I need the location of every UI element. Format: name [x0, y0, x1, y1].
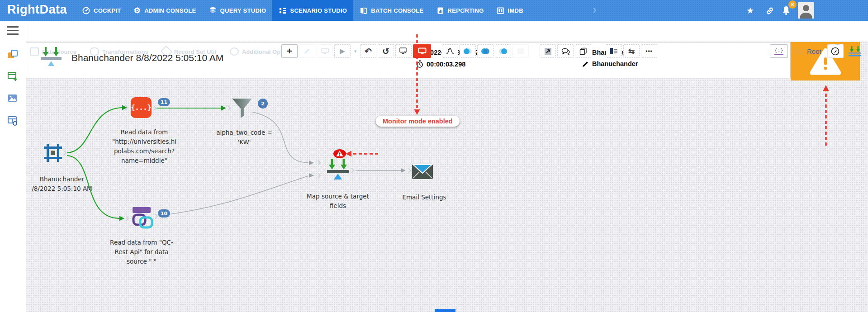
scenario-type-button[interactable] — [845, 44, 865, 58]
node-json-reader-label: Read data from "http://universities.hi p… — [109, 128, 180, 165]
nav-label: BATCH CONSOLE — [371, 7, 423, 14]
compass-button[interactable] — [827, 44, 844, 58]
imdb-icon — [497, 7, 504, 14]
stopwatch-icon — [416, 60, 423, 68]
node-qc-rest-label: Read data from "QC- Rest Api" for data s… — [105, 238, 178, 266]
link-icon[interactable] — [765, 6, 774, 15]
additional-options-icon — [230, 47, 239, 56]
json-node-braces: {...} — [131, 104, 151, 112]
gallery-icon[interactable] — [8, 94, 18, 104]
nav-item-admin-console[interactable]: ⚙ ADMIN CONSOLE — [128, 0, 203, 21]
venn-right-button[interactable] — [495, 44, 511, 58]
app-logo[interactable]: RightData — [7, 3, 67, 17]
top-navbar: RightData COCKPIT ⚙ ADMIN CONSOLE QUERY … — [0, 0, 868, 21]
expand-button[interactable] — [540, 44, 556, 58]
nav-item-batch-console[interactable]: BATCH CONSOLE — [353, 0, 430, 21]
monitor-mode-tooltip: Monitor mode enabled — [376, 116, 460, 127]
bell-curve-icon — [446, 47, 454, 55]
profile-curve-button[interactable] — [442, 44, 458, 58]
bookmark-button[interactable] — [606, 44, 622, 58]
map-warning-badge[interactable] — [333, 149, 346, 159]
user-avatar[interactable] — [798, 2, 814, 19]
node-qc-rest-badge: 10 — [158, 209, 170, 217]
faded-icon — [517, 48, 524, 54]
venn-full-button[interactable] — [477, 44, 493, 58]
nav-scroll-left[interactable]: ‹ — [462, 3, 466, 17]
edit-button[interactable] — [299, 44, 315, 58]
comment-bubble-icon — [561, 48, 570, 55]
node-json-reader[interactable]: {...} — [131, 97, 152, 118]
nav-label: COCKPIT — [94, 7, 121, 14]
monitor-mode-button[interactable] — [413, 44, 431, 58]
menu-item-record-set-util: Record Set Util — [162, 47, 216, 56]
preview-button[interactable] — [317, 44, 333, 58]
copy-pages-icon — [579, 47, 587, 55]
node-source-icon[interactable] — [43, 143, 63, 163]
swap-button[interactable]: ⇆ — [623, 44, 640, 58]
menu-item-transformations: Transformations — [90, 47, 148, 56]
venn-left-icon — [463, 48, 473, 55]
hamburger-menu-icon[interactable] — [7, 26, 19, 38]
data-config-icon[interactable] — [8, 116, 18, 126]
menu-item-data-source: Data Source — [30, 47, 76, 56]
node-filter-badge: 2 — [258, 99, 268, 109]
add-recordset-icon[interactable] — [8, 71, 18, 81]
favorites-star-icon[interactable]: ★ — [746, 5, 754, 16]
monitor-check-button[interactable] — [395, 44, 412, 58]
nav-label: ADMIN CONSOLE — [144, 7, 196, 14]
resize-arrow-icon — [544, 47, 552, 55]
left-sidebar — [0, 21, 26, 312]
nav-item-scenario-studio[interactable]: SCENARIO STUDIO — [272, 0, 353, 21]
run-options-caret[interactable]: ▾ — [352, 44, 359, 58]
avatar-silhouette — [798, 2, 814, 19]
hidden-tool-button[interactable] — [512, 44, 529, 58]
add-node-button[interactable]: + — [281, 44, 298, 58]
node-filter-label: alpha_two_code = 'KW' — [208, 128, 280, 147]
nav-item-query-studio[interactable]: QUERY STUDIO — [203, 0, 273, 21]
node-source-label: Bhanuchander /8/2022 5:05:10 AM — [26, 175, 98, 194]
venn-left-button[interactable] — [460, 44, 476, 58]
reporting-icon — [436, 7, 444, 14]
run-duration-row: 00:00:03.298 — [416, 60, 465, 68]
data-source-icon — [30, 47, 39, 56]
nav-scroll-right[interactable]: › — [593, 3, 597, 17]
nav-label: IMDB — [508, 7, 523, 14]
root-label: Root — [807, 47, 821, 55]
undo-button[interactable]: ↶ — [360, 44, 376, 58]
main-nav: COCKPIT ⚙ ADMIN CONSOLE QUERY STUDIO SCE… — [76, 0, 530, 21]
menu-label: Data Source — [42, 48, 76, 55]
nav-item-imdb[interactable]: IMDB — [490, 0, 530, 21]
folder-icon — [794, 47, 804, 55]
node-email-label: Email Settings — [390, 193, 458, 202]
scenario-studio-icon — [279, 7, 286, 14]
nav-label: SCENARIO STUDIO — [290, 7, 347, 14]
disabled-menu: Data Source Transformations Record Set U… — [30, 42, 294, 61]
nav-label: QUERY STUDIO — [220, 7, 266, 14]
node-map-label: Map source & target fields — [299, 192, 376, 211]
run-button[interactable]: ▶ — [334, 44, 351, 58]
compass-icon — [831, 47, 840, 56]
json-view-button[interactable]: {:} — [770, 44, 788, 58]
nav-item-cockpit[interactable]: COCKPIT — [76, 0, 128, 21]
node-qc-rest-icon[interactable] — [131, 206, 153, 229]
scenario-toolbar: Data Source Transformations Record Set U… — [0, 21, 868, 41]
horizontal-scrollbar-thumb[interactable] — [435, 309, 455, 312]
scenarios-copy-icon[interactable] — [8, 50, 18, 60]
monitor-icon — [321, 48, 329, 54]
modified-by: Bhanuchander — [592, 60, 638, 67]
root-folder-crumb[interactable]: Root — [789, 47, 826, 55]
cockpit-icon — [82, 7, 90, 14]
history-button[interactable]: ↺ — [378, 44, 394, 58]
node-map-icon[interactable] — [327, 158, 349, 180]
admin-console-icon: ⚙ — [134, 6, 141, 15]
record-set-util-icon — [160, 46, 172, 58]
copy-button[interactable] — [575, 44, 591, 58]
more-options-button[interactable]: ••• — [641, 44, 657, 58]
node-filter-icon[interactable] — [231, 97, 253, 119]
comments-button[interactable] — [557, 44, 574, 58]
scenario-green-icon — [848, 46, 862, 57]
nav-item-reporting[interactable]: REPORTING — [430, 0, 490, 21]
node-email-icon[interactable] — [412, 164, 433, 179]
json-braces-icon: {:} — [774, 47, 783, 53]
monitor-active-icon — [418, 47, 427, 55]
